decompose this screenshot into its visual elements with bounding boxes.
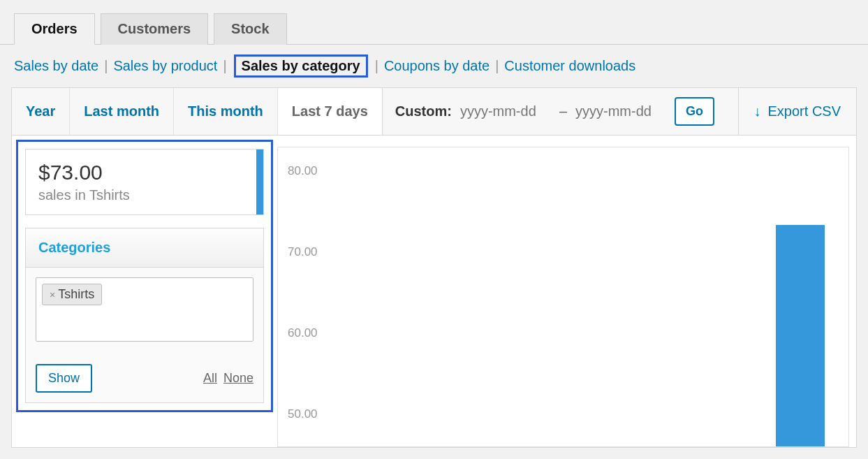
report-subnav: Sales by date | Sales by product | Sales… xyxy=(0,45,868,87)
report-body: $73.00 sales in Tshirts Categories × Tsh… xyxy=(12,136,856,447)
show-button[interactable]: Show xyxy=(36,364,92,393)
sidebar-panel: $73.00 sales in Tshirts Categories × Tsh… xyxy=(16,140,273,412)
go-button[interactable]: Go xyxy=(675,97,714,126)
export-csv-button[interactable]: ↓ Export CSV xyxy=(739,88,856,135)
separator: | xyxy=(375,58,378,74)
category-tag-label: Tshirts xyxy=(58,287,94,302)
all-none-links: All None xyxy=(200,371,253,386)
summary-text: sales in Tshirts xyxy=(38,187,251,203)
summary-card[interactable]: $73.00 sales in Tshirts xyxy=(25,149,264,215)
separator: | xyxy=(495,58,499,74)
range-year[interactable]: Year xyxy=(12,88,70,135)
range-last-7-days[interactable]: Last 7 days xyxy=(278,88,383,135)
categories-body: × Tshirts xyxy=(26,268,263,351)
select-all-link[interactable]: All xyxy=(203,371,217,385)
date-to-input[interactable] xyxy=(575,103,666,119)
separator: | xyxy=(223,58,226,74)
report-container: Year Last month This month Last 7 days C… xyxy=(11,87,857,448)
range-last-month[interactable]: Last month xyxy=(70,88,174,135)
category-tag[interactable]: × Tshirts xyxy=(42,284,102,305)
tab-stock[interactable]: Stock xyxy=(214,13,286,45)
range-custom: Custom: – Go xyxy=(383,88,739,135)
summary-amount: $73.00 xyxy=(38,161,251,184)
tab-customers[interactable]: Customers xyxy=(101,13,208,45)
categories-card: Categories × Tshirts Show All None xyxy=(25,228,264,403)
subnav-sales-by-product[interactable]: Sales by product xyxy=(113,58,217,74)
y-tick: 60.00 xyxy=(288,326,318,407)
download-icon: ↓ xyxy=(754,103,761,119)
chart-bar xyxy=(776,225,825,446)
separator: | xyxy=(104,58,108,74)
y-axis: 80.00 70.00 60.00 50.00 xyxy=(288,164,318,447)
y-tick: 50.00 xyxy=(288,407,318,447)
export-csv-label: Export CSV xyxy=(768,103,841,119)
range-this-month[interactable]: This month xyxy=(174,88,278,135)
date-range-bar: Year Last month This month Last 7 days C… xyxy=(12,88,856,136)
subnav-sales-by-category[interactable]: Sales by category xyxy=(234,54,368,78)
subnav-customer-downloads[interactable]: Customer downloads xyxy=(504,58,635,74)
chart-column: 80.00 70.00 60.00 50.00 xyxy=(277,136,856,447)
y-tick: 80.00 xyxy=(288,164,318,245)
custom-label: Custom: xyxy=(395,103,452,119)
date-from-input[interactable] xyxy=(460,103,551,119)
tab-orders[interactable]: Orders xyxy=(14,13,95,45)
remove-icon[interactable]: × xyxy=(50,289,55,300)
sales-chart: 80.00 70.00 60.00 50.00 xyxy=(277,147,849,447)
subnav-sales-by-date[interactable]: Sales by date xyxy=(14,58,98,74)
main-tabs: Orders Customers Stock xyxy=(0,0,868,45)
select-none-link[interactable]: None xyxy=(223,371,253,385)
categories-footer: Show All None xyxy=(26,351,263,402)
subnav-coupons-by-date[interactable]: Coupons by date xyxy=(384,58,490,74)
categories-header: Categories xyxy=(26,228,263,268)
date-dash: – xyxy=(559,103,567,119)
category-select[interactable]: × Tshirts xyxy=(36,277,253,342)
y-tick: 70.00 xyxy=(288,245,318,326)
